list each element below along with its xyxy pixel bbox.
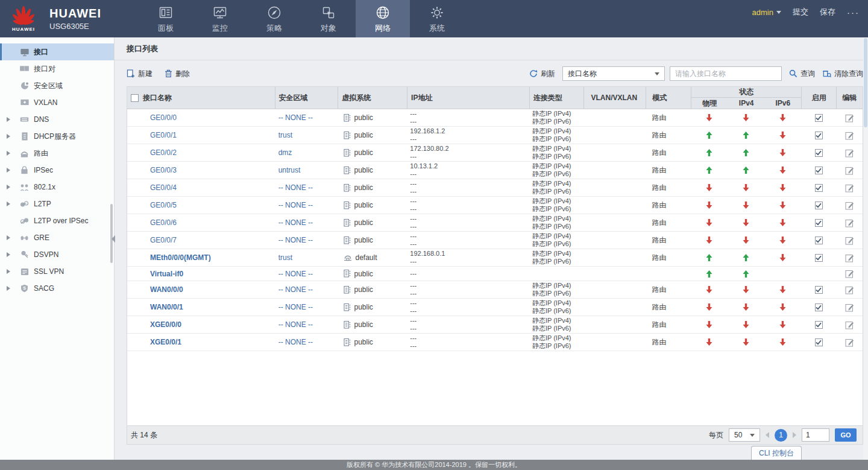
query-button[interactable]: 查询 bbox=[789, 69, 815, 79]
enable-checkbox[interactable] bbox=[815, 219, 823, 227]
expand-arrow-icon[interactable] bbox=[7, 235, 10, 240]
nav-tab-system[interactable]: 系统 bbox=[410, 0, 464, 37]
interface-link[interactable]: WAN0/0/1 bbox=[150, 303, 183, 311]
sidebar-item-ipsec[interactable]: IPSec bbox=[0, 162, 114, 179]
nav-tab-policy[interactable]: 策略 bbox=[247, 0, 301, 37]
interface-link[interactable]: GE0/0/1 bbox=[150, 131, 177, 139]
interface-link[interactable]: MEth0/0/0(MGMT) bbox=[150, 253, 211, 262]
interface-link[interactable]: GE0/0/6 bbox=[150, 218, 177, 227]
delete-button[interactable]: 删除 bbox=[165, 69, 190, 79]
zone-link[interactable]: -- NONE -- bbox=[278, 338, 313, 346]
sidebar-item-security-zone[interactable]: 安全区域 bbox=[0, 77, 114, 94]
edit-icon[interactable] bbox=[845, 303, 854, 312]
expand-arrow-icon[interactable] bbox=[7, 151, 10, 156]
zone-link[interactable]: -- NONE -- bbox=[278, 218, 313, 227]
sidebar-item-dns[interactable]: DNS bbox=[0, 111, 114, 128]
sidebar-item-ssl-vpn[interactable]: SSL VPN bbox=[0, 263, 114, 280]
enable-checkbox[interactable] bbox=[815, 303, 823, 311]
sidebar-item-interface-pair[interactable]: 接口对 bbox=[0, 60, 114, 77]
nav-tab-network[interactable]: 网络 bbox=[356, 0, 410, 37]
filter-field-select[interactable]: 接口名称 bbox=[562, 66, 665, 81]
per-page-select[interactable]: 50 bbox=[729, 428, 760, 442]
next-page-icon[interactable] bbox=[793, 432, 796, 438]
zone-link[interactable]: -- NONE -- bbox=[278, 320, 313, 329]
page-scrollbar-thumb[interactable] bbox=[864, 38, 867, 127]
interface-link[interactable]: WAN0/0/0 bbox=[150, 285, 183, 294]
nav-tab-object[interactable]: 对象 bbox=[301, 0, 356, 37]
sidebar-item-dot1x[interactable]: 802.1x bbox=[0, 179, 114, 195]
more-menu-icon[interactable]: ··· bbox=[847, 7, 860, 17]
enable-checkbox[interactable] bbox=[815, 321, 823, 329]
zone-link[interactable]: trust bbox=[278, 131, 292, 139]
enable-checkbox[interactable] bbox=[815, 184, 823, 192]
expand-arrow-icon[interactable] bbox=[7, 202, 10, 206]
enable-checkbox[interactable] bbox=[815, 254, 823, 262]
sidebar-item-dsvpn[interactable]: DSVPN bbox=[0, 246, 114, 263]
edit-icon[interactable] bbox=[845, 113, 854, 122]
nav-tab-monitor[interactable]: 监控 bbox=[193, 0, 247, 37]
save-button[interactable]: 保存 bbox=[820, 7, 835, 17]
edit-icon[interactable] bbox=[845, 236, 854, 245]
new-button[interactable]: 新建 bbox=[127, 69, 153, 79]
expand-arrow-icon[interactable] bbox=[7, 168, 10, 173]
interface-link[interactable]: GE0/0/0 bbox=[150, 113, 177, 122]
page-scrollbar[interactable] bbox=[863, 37, 868, 460]
zone-link[interactable]: -- NONE -- bbox=[278, 236, 313, 244]
cli-console-button[interactable]: CLI 控制台 bbox=[751, 446, 802, 460]
edit-icon[interactable] bbox=[845, 269, 854, 278]
zone-link[interactable]: trust bbox=[278, 253, 292, 262]
expand-arrow-icon[interactable] bbox=[7, 134, 10, 139]
sidebar-item-l2tp-over-ipsec[interactable]: L2TP over IPSec bbox=[0, 212, 114, 229]
nav-tab-dashboard[interactable]: 面板 bbox=[139, 0, 193, 37]
interface-link[interactable]: GE0/0/3 bbox=[150, 166, 177, 174]
clear-query-button[interactable]: 清除查询 bbox=[822, 69, 863, 79]
interface-link[interactable]: GE0/0/7 bbox=[150, 236, 177, 244]
zone-link[interactable]: -- NONE -- bbox=[278, 113, 313, 122]
enable-checkbox[interactable] bbox=[815, 286, 823, 294]
sidebar-item-vxlan[interactable]: VXLAN bbox=[0, 94, 114, 111]
go-button[interactable]: GO bbox=[835, 428, 857, 442]
edit-icon[interactable] bbox=[845, 285, 854, 294]
enable-checkbox[interactable] bbox=[815, 202, 823, 209]
sidebar-item-dhcp-server[interactable]: DHCP服务器 bbox=[0, 128, 114, 145]
edit-icon[interactable] bbox=[845, 201, 854, 210]
zone-link[interactable]: -- NONE -- bbox=[278, 285, 313, 294]
goto-page-input[interactable] bbox=[802, 428, 829, 442]
sidebar-item-sacg[interactable]: SSACG bbox=[0, 280, 114, 297]
edit-icon[interactable] bbox=[845, 218, 854, 227]
enable-checkbox[interactable] bbox=[815, 114, 823, 122]
edit-icon[interactable] bbox=[845, 320, 854, 329]
current-page-badge[interactable]: 1 bbox=[775, 429, 787, 442]
zone-link[interactable]: -- NONE -- bbox=[278, 201, 313, 209]
expand-arrow-icon[interactable] bbox=[7, 286, 10, 291]
edit-icon[interactable] bbox=[845, 253, 854, 262]
select-all-checkbox[interactable] bbox=[131, 94, 139, 102]
interface-link[interactable]: GE0/0/2 bbox=[150, 148, 177, 157]
expand-arrow-icon[interactable] bbox=[7, 252, 10, 257]
enable-checkbox[interactable] bbox=[815, 149, 823, 157]
zone-link[interactable]: untrust bbox=[278, 166, 301, 174]
edit-icon[interactable] bbox=[845, 148, 854, 157]
search-input[interactable] bbox=[670, 66, 782, 81]
enable-checkbox[interactable] bbox=[815, 237, 823, 244]
interface-link[interactable]: GE0/0/4 bbox=[150, 183, 177, 192]
zone-link[interactable]: -- NONE -- bbox=[278, 270, 313, 278]
zone-link[interactable]: -- NONE -- bbox=[278, 303, 313, 311]
sidebar-item-route[interactable]: 路由 bbox=[0, 145, 114, 162]
sidebar-item-gre[interactable]: GRE bbox=[0, 229, 114, 246]
enable-checkbox[interactable] bbox=[815, 167, 823, 174]
interface-link[interactable]: Virtual-if0 bbox=[150, 270, 183, 278]
zone-link[interactable]: dmz bbox=[278, 148, 292, 157]
refresh-button[interactable]: 刷新 bbox=[529, 69, 555, 79]
interface-link[interactable]: XGE0/0/0 bbox=[150, 320, 181, 329]
enable-checkbox[interactable] bbox=[815, 132, 823, 139]
edit-icon[interactable] bbox=[845, 183, 854, 192]
sidebar-item-l2tp[interactable]: L2TP bbox=[0, 195, 114, 212]
edit-icon[interactable] bbox=[845, 338, 854, 347]
submit-button[interactable]: 提交 bbox=[793, 7, 808, 17]
prev-page-icon[interactable] bbox=[766, 432, 769, 438]
expand-arrow-icon[interactable] bbox=[7, 269, 10, 274]
expand-arrow-icon[interactable] bbox=[7, 185, 10, 189]
enable-checkbox[interactable] bbox=[815, 338, 823, 346]
zone-link[interactable]: -- NONE -- bbox=[278, 183, 313, 192]
